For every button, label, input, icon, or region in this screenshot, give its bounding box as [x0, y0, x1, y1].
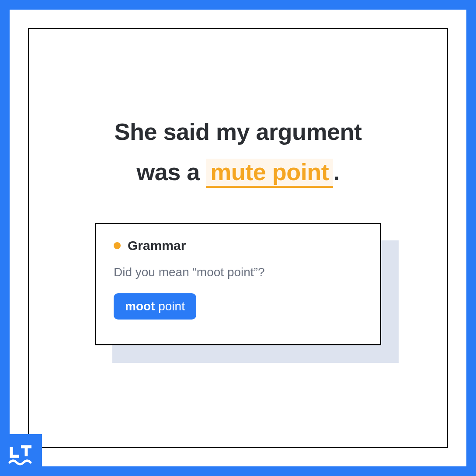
sentence-suffix: .: [333, 159, 340, 185]
suggestion-rest-part: point: [155, 299, 185, 313]
category-dot-icon: [114, 242, 121, 249]
tooltip-wrapper: Grammar Did you mean “moot point”? moot …: [95, 223, 381, 345]
lt-logo-icon: [8, 444, 34, 466]
tooltip-header: Grammar: [114, 238, 362, 253]
sentence-line-2: was a mute point.: [29, 152, 447, 192]
sentence-line-1: She said my argument: [29, 112, 447, 152]
tooltip-message: Did you mean “moot point”?: [114, 265, 362, 279]
suggestion-button[interactable]: moot point: [114, 293, 196, 320]
sentence-prefix: was a: [136, 159, 206, 185]
error-highlight[interactable]: mute point: [206, 159, 333, 188]
inner-content-frame: She said my argument was a mute point. G…: [28, 28, 448, 448]
category-label: Grammar: [128, 238, 186, 253]
logo-badge: [0, 434, 42, 476]
correction-tooltip: Grammar Did you mean “moot point”? moot …: [95, 223, 381, 345]
example-sentence: She said my argument was a mute point.: [29, 112, 447, 192]
outer-frame: She said my argument was a mute point. G…: [0, 0, 476, 476]
suggestion-bold-part: moot: [125, 299, 155, 313]
